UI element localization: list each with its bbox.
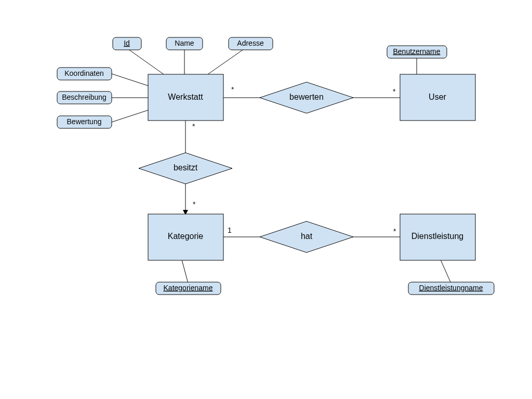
attribute-beschreibung-label: Beschreibung: [62, 93, 107, 101]
attribute-koordinaten: Koordinaten: [57, 68, 112, 80]
attribute-kategoriename-label: Kategoriename: [164, 284, 213, 292]
attribute-beschreibung: Beschreibung: [57, 91, 112, 104]
attribute-name-label: Name: [175, 39, 194, 47]
attribute-benutzername: Benutzername: [387, 46, 447, 58]
entity-user-label: User: [429, 92, 446, 101]
entity-dienstleistung: Dienstleistung: [400, 214, 475, 260]
entity-kategorie: Kategorie: [148, 214, 223, 260]
card-kategorie-besitzt: *: [193, 200, 196, 208]
entity-werkstatt: Werkstatt: [148, 74, 223, 121]
relationship-besitzt-label: besitzt: [174, 163, 198, 172]
attribute-koordinaten-label: Koordinaten: [64, 69, 104, 77]
attribute-dienstleistungname: Dienstleistungname: [408, 282, 494, 295]
card-werkstatt-besitzt: *: [192, 122, 195, 130]
attribute-bewertung: Bewertung: [57, 116, 112, 128]
relationship-hat: hat: [260, 221, 353, 252]
edge-kategoriename-kategorie: [182, 260, 188, 283]
relationship-hat-label: hat: [301, 232, 313, 241]
attribute-id-label: Id: [124, 39, 130, 47]
card-dienstleistung-hat: *: [393, 227, 396, 235]
edge-id-werkstatt: [128, 49, 164, 74]
attribute-adresse-label: Adresse: [237, 39, 264, 47]
attribute-name: Name: [166, 37, 203, 50]
attribute-id: Id: [113, 37, 141, 50]
entity-dienstleistung-label: Dienstleistung: [411, 232, 464, 241]
edge-koordinaten-werkstatt: [112, 74, 148, 86]
card-kategorie-hat: 1: [228, 226, 232, 234]
card-werkstatt-bewerten: *: [231, 85, 234, 94]
attribute-bewertung-label: Bewertung: [67, 117, 102, 126]
relationship-besitzt: besitzt: [139, 153, 232, 184]
card-user-bewerten: *: [393, 87, 396, 96]
entity-user: User: [400, 74, 475, 121]
relationship-bewerten-label: bewerten: [289, 92, 324, 101]
edge-adresse-werkstatt: [208, 49, 244, 74]
entity-kategorie-label: Kategorie: [168, 232, 204, 241]
attribute-adresse: Adresse: [229, 37, 273, 50]
attribute-kategoriename: Kategoriename: [156, 282, 221, 295]
edge-bewertung-werkstatt: [112, 110, 148, 122]
attribute-benutzername-label: Benutzername: [393, 47, 440, 56]
attribute-dienstleistungname-label: Dienstleistungname: [419, 284, 483, 292]
edge-dienstleistungname-dienstleistung: [441, 260, 451, 283]
relationship-bewerten: bewerten: [260, 82, 353, 113]
entity-werkstatt-label: Werkstatt: [168, 92, 203, 101]
